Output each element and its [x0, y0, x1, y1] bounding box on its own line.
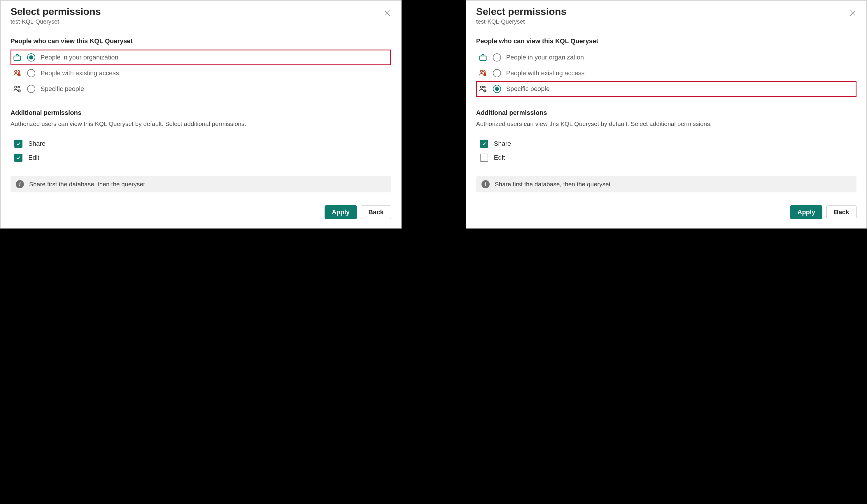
- radio-existing[interactable]: [27, 69, 35, 77]
- permissions-checkbox-group: Share Edit: [11, 134, 391, 167]
- people-lock-icon: [478, 68, 488, 78]
- radio-specific[interactable]: [27, 85, 35, 93]
- audience-radio-group: People in your organization People with …: [11, 50, 391, 97]
- dialog-title: Select permissions: [11, 6, 101, 17]
- info-icon: i: [16, 180, 24, 188]
- audience-radio-group: People in your organization People with …: [476, 50, 857, 97]
- radio-org[interactable]: [493, 53, 501, 62]
- perm-edit-row[interactable]: Edit: [12, 151, 389, 165]
- svg-rect-7: [480, 56, 486, 61]
- svg-point-5: [18, 86, 20, 88]
- people-add-icon: [478, 84, 488, 94]
- back-button[interactable]: Back: [826, 205, 856, 219]
- radio-org[interactable]: [27, 53, 35, 62]
- permissions-checkbox-group: Share Edit: [476, 134, 857, 167]
- radio-existing[interactable]: [493, 69, 501, 77]
- additional-desc: Authorized users can view this KQL Query…: [476, 120, 857, 128]
- perm-share-row[interactable]: Share: [478, 137, 855, 151]
- svg-rect-3: [18, 74, 21, 76]
- info-banner: i Share first the database, then the que…: [11, 176, 391, 193]
- permissions-dialog-left: Select permissions test-KQL-Queryset Peo…: [0, 0, 402, 229]
- svg-point-4: [14, 86, 17, 88]
- dialog-subtitle: test-KQL-Queryset: [11, 18, 101, 25]
- svg-point-9: [483, 70, 485, 72]
- option-existing[interactable]: People with existing access: [476, 65, 857, 81]
- additional-heading: Additional permissions: [476, 109, 857, 117]
- close-icon[interactable]: [384, 9, 391, 17]
- people-lock-icon: [12, 68, 22, 78]
- option-specific[interactable]: Specific people: [11, 81, 391, 97]
- info-icon: i: [481, 180, 490, 188]
- people-add-icon: [12, 84, 22, 94]
- info-banner: i Share first the database, then the que…: [476, 176, 857, 193]
- additional-desc: Authorized users can view this KQL Query…: [11, 120, 391, 128]
- radio-label-org: People in your organization: [506, 54, 584, 61]
- radio-label-specific: Specific people: [506, 85, 550, 93]
- radio-label-org: People in your organization: [41, 54, 118, 61]
- apply-button[interactable]: Apply: [790, 205, 822, 219]
- briefcase-icon: [478, 53, 488, 62]
- svg-point-11: [480, 86, 483, 88]
- svg-rect-10: [483, 74, 486, 76]
- apply-button[interactable]: Apply: [324, 205, 357, 219]
- svg-point-2: [18, 70, 20, 72]
- checkbox-share[interactable]: [480, 140, 488, 148]
- additional-heading: Additional permissions: [11, 109, 391, 117]
- option-existing[interactable]: People with existing access: [11, 65, 391, 81]
- svg-point-8: [480, 70, 483, 73]
- back-button[interactable]: Back: [361, 205, 391, 219]
- option-org[interactable]: People in your organization: [11, 50, 391, 65]
- perm-share-row[interactable]: Share: [12, 137, 389, 151]
- info-text: Share first the database, then the query…: [495, 181, 611, 188]
- dialog-title: Select permissions: [476, 6, 567, 17]
- close-icon[interactable]: [849, 9, 856, 17]
- radio-label-specific: Specific people: [41, 85, 84, 93]
- perm-edit-row[interactable]: Edit: [478, 151, 855, 165]
- view-heading: People who can view this KQL Queryset: [476, 37, 857, 45]
- checkbox-share[interactable]: [14, 140, 22, 148]
- radio-label-existing: People with existing access: [506, 69, 585, 77]
- permissions-dialog-right: Select permissions test-KQL-Queryset Peo…: [466, 0, 867, 229]
- svg-point-12: [483, 86, 485, 88]
- svg-point-1: [14, 70, 17, 73]
- info-text: Share first the database, then the query…: [29, 181, 145, 188]
- option-specific[interactable]: Specific people: [476, 81, 857, 97]
- radio-specific[interactable]: [493, 85, 501, 93]
- checkbox-edit[interactable]: [480, 154, 488, 162]
- view-heading: People who can view this KQL Queryset: [11, 37, 391, 45]
- svg-rect-0: [14, 56, 21, 61]
- checkbox-edit[interactable]: [14, 154, 22, 162]
- dialog-subtitle: test-KQL-Queryset: [476, 18, 567, 25]
- checkbox-label-edit: Edit: [494, 154, 505, 162]
- checkbox-label-edit: Edit: [28, 154, 39, 162]
- briefcase-icon: [12, 53, 22, 62]
- radio-label-existing: People with existing access: [41, 69, 119, 77]
- option-org[interactable]: People in your organization: [476, 50, 857, 65]
- checkbox-label-share: Share: [494, 140, 511, 147]
- checkbox-label-share: Share: [28, 140, 45, 147]
